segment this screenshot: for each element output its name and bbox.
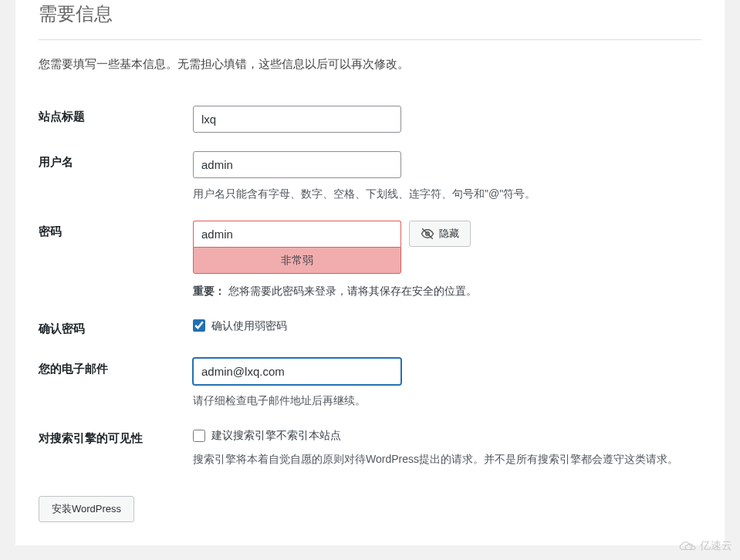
- install-wordpress-button[interactable]: 安装WordPress: [39, 496, 134, 522]
- search-visibility-label: 对搜索引擎的可见性: [39, 418, 193, 477]
- weak-password-checkbox-label: 确认使用弱密码: [211, 318, 287, 334]
- username-hint: 用户名只能含有字母、数字、空格、下划线、连字符、句号和"@"符号。: [193, 186, 694, 202]
- password-strength-meter: 非常弱: [193, 247, 401, 274]
- site-title-label: 站点标题: [39, 96, 193, 142]
- weak-password-checkbox[interactable]: [193, 319, 205, 332]
- password-important-note: 重要： 您将需要此密码来登录，请将其保存在安全的位置。: [193, 283, 694, 299]
- divider: [39, 39, 701, 40]
- important-label: 重要：: [193, 285, 225, 297]
- important-text: 您将需要此密码来登录，请将其保存在安全的位置。: [228, 285, 477, 297]
- watermark-text: 亿速云: [700, 538, 732, 545]
- form-table: 站点标题 用户名 用户名只能含有字母、数字、空格、下划线、连字符、句号和"@"符…: [39, 96, 701, 477]
- install-form-container: 需要信息 您需要填写一些基本信息。无需担心填错，这些信息以后可以再次修改。 站点…: [15, 0, 725, 545]
- username-label: 用户名: [39, 142, 193, 211]
- hide-password-button[interactable]: 隐藏: [409, 221, 471, 247]
- username-input[interactable]: [193, 151, 401, 178]
- watermark: 亿速云: [678, 538, 732, 545]
- hide-button-label: 隐藏: [439, 227, 459, 241]
- site-title-input[interactable]: [193, 106, 401, 133]
- email-hint: 请仔细检查电子邮件地址后再继续。: [193, 393, 694, 409]
- section-title: 需要信息: [39, 0, 701, 39]
- confirm-password-label: 确认密码: [39, 309, 193, 349]
- intro-text: 您需要填写一些基本信息。无需担心填错，这些信息以后可以再次修改。: [39, 56, 701, 73]
- eye-slash-icon: [421, 227, 434, 241]
- email-label: 您的电子邮件: [39, 349, 193, 418]
- search-visibility-checkbox-label: 建议搜索引擎不索引本站点: [211, 427, 341, 444]
- search-visibility-hint: 搜索引擎将本着自觉自愿的原则对待WordPress提出的请求。并不是所有搜索引擎…: [193, 451, 694, 467]
- password-input[interactable]: [193, 221, 401, 247]
- cloud-icon: [678, 540, 697, 546]
- search-visibility-checkbox[interactable]: [193, 430, 205, 442]
- email-input[interactable]: [193, 358, 401, 385]
- password-label: 密码: [39, 211, 193, 309]
